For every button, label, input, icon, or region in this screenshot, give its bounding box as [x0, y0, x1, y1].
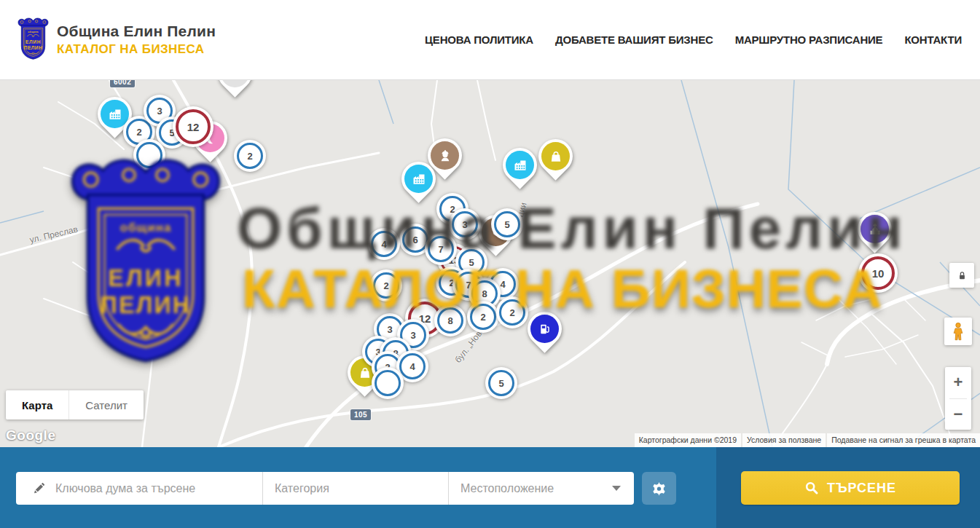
cluster-count: 2 [373, 272, 399, 299]
map-cluster-marker[interactable]: 2 [234, 140, 266, 172]
location-dropdown-label: Местоположение [460, 482, 554, 495]
gear-icon [651, 480, 667, 497]
factory-icon [404, 165, 433, 193]
map-cluster-marker[interactable]: 3 [449, 208, 481, 240]
cluster-count [375, 370, 401, 396]
site-header: Община Елин Пелин КАТАЛОГ НА БИЗНЕСА ЦЕН… [0, 0, 980, 80]
cluster-count [136, 142, 162, 168]
satellite-view-button[interactable]: Сателит [68, 390, 144, 419]
search-button-label: ТЪРСЕНЕ [827, 481, 896, 496]
fuel-icon [530, 315, 559, 343]
map-view-button[interactable]: Карта [6, 390, 68, 419]
street-view-pegman[interactable] [944, 318, 972, 345]
brand-title: Община Елин Пелин [57, 23, 216, 40]
terms-link[interactable]: Условия за ползване [742, 433, 826, 447]
map-cluster-marker[interactable]: 2 [467, 301, 499, 333]
nav-item-3[interactable]: МАРШРУТНО РАЗПИСАНИЕ [735, 34, 883, 46]
cluster-count: 10 [861, 256, 895, 290]
pegman-icon [950, 322, 966, 341]
map-canvas[interactable]: 6002105 ул. Преславбул. „Новоселции 2351… [0, 80, 980, 447]
search-settings-button[interactable] [642, 472, 676, 505]
bag-icon [541, 142, 570, 170]
category-dropdown-label: Категория [275, 482, 329, 495]
google-logo[interactable]: Google [6, 427, 55, 444]
search-bar: Категория Местоположение ТЪРСЕНЕ [0, 447, 980, 528]
road-badge: 6002 [110, 80, 135, 87]
nav-item-1[interactable]: ЦЕНОВА ПОЛИТИКА [425, 34, 533, 46]
church-icon [861, 215, 889, 243]
cluster-count: 5 [488, 370, 514, 396]
none-icon [221, 80, 249, 87]
map-cluster-marker[interactable]: 5 [485, 367, 517, 399]
cluster-count: 7 [428, 236, 454, 262]
search-button[interactable]: ТЪРСЕНЕ [741, 471, 960, 505]
zoom-in-button[interactable]: + [945, 367, 971, 398]
map-cluster-marker[interactable]: 5 [491, 208, 523, 240]
cluster-count: 8 [437, 307, 463, 334]
map-cluster-marker[interactable]: 7 [425, 233, 457, 265]
map-cluster-marker[interactable] [133, 139, 165, 171]
brand-text: Община Елин Пелин КАТАЛОГ НА БИЗНЕСА [57, 23, 216, 57]
zoom-control: + − [945, 367, 971, 430]
worker-icon [431, 141, 459, 170]
brand-subtitle: КАТАЛОГ НА БИЗНЕСА [57, 42, 216, 57]
cluster-count: 4 [371, 231, 397, 257]
map-cluster-marker[interactable]: 4 [368, 228, 400, 260]
lock-icon [956, 269, 968, 282]
nav-item-2[interactable]: ДОБАВЕТЕ ВАШИЯТ БИЗНЕС [555, 34, 713, 46]
zoom-out-button[interactable]: − [945, 399, 971, 430]
map-attribution: Картографски данни ©2019 Условия за полз… [635, 433, 980, 447]
map-cluster-marker[interactable]: 8 [434, 304, 466, 336]
map-cluster-marker[interactable]: 10 [858, 253, 898, 293]
page: Община Елин Пелин КАТАЛОГ НА БИЗНЕСА ЦЕН… [0, 0, 980, 528]
map-cluster-marker[interactable]: 12 [173, 106, 213, 147]
map-cluster-marker[interactable]: 2 [496, 296, 528, 328]
map-data-notice: Картографски данни ©2019 [635, 433, 741, 447]
map-cluster-marker[interactable]: 2 [370, 269, 402, 302]
keyword-field [16, 472, 262, 505]
cluster-count: 2 [237, 143, 263, 169]
location-dropdown[interactable]: Местоположение [448, 472, 634, 505]
cluster-count: 12 [176, 109, 211, 144]
chevron-down-icon [612, 486, 621, 491]
map-cluster-marker[interactable] [372, 367, 404, 399]
main-nav: ЦЕНОВА ПОЛИТИКАДОБАВЕТЕ ВАШИЯТ БИЗНЕСМАР… [425, 0, 962, 79]
cluster-count: 2 [470, 304, 496, 330]
keyword-search-input[interactable] [55, 482, 238, 495]
municipality-crest-logo[interactable] [16, 17, 50, 61]
road-badge: 105 [350, 409, 371, 420]
nav-item-4[interactable]: КОНТАКТИ [904, 34, 962, 46]
cluster-count: 4 [399, 353, 426, 379]
lock-button[interactable] [949, 263, 974, 288]
category-dropdown[interactable]: Категория [262, 472, 448, 505]
factory-icon [506, 151, 534, 179]
pencil-icon [32, 481, 46, 495]
report-map-error-link[interactable]: Подаване на сигнал за грешка в картата [827, 433, 980, 447]
search-fields-group: Категория Местоположение [16, 472, 634, 505]
search-icon [804, 481, 819, 495]
cluster-count: 5 [494, 211, 520, 237]
map-type-control: Карта Сателит [6, 390, 144, 419]
cluster-count: 2 [499, 299, 525, 326]
cluster-count: 3 [452, 211, 478, 237]
